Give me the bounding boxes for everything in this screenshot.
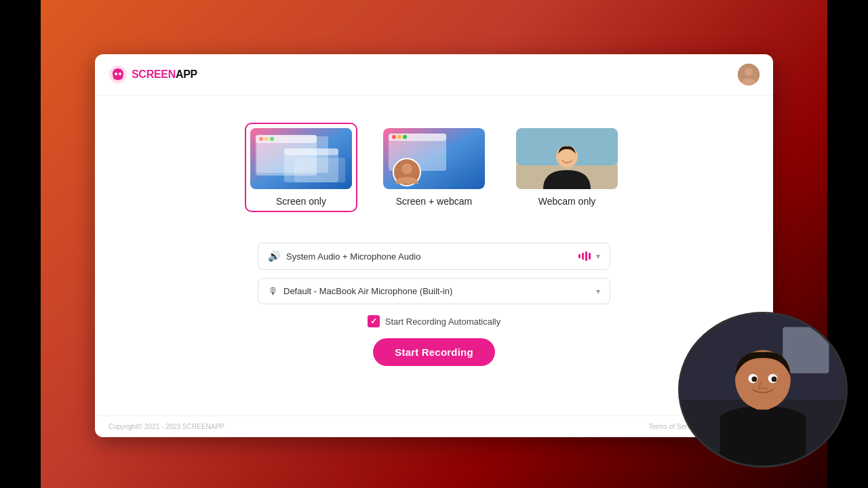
- bar-4: [589, 253, 591, 260]
- mode-cards: Screen only: [245, 123, 623, 212]
- webcam-preview-inner: [680, 314, 846, 466]
- bar-3: [585, 251, 587, 261]
- webcam-only-illustration: [516, 128, 618, 189]
- screen-webcam-illustration: [383, 128, 485, 189]
- svg-rect-7: [256, 135, 317, 143]
- logo: SCREENAPP: [108, 65, 197, 84]
- microphone-chevron: ▾: [596, 287, 600, 296]
- svg-point-18: [403, 135, 407, 139]
- checkbox-check-icon: ✓: [370, 317, 377, 326]
- main-card: SCREENAPP: [95, 54, 773, 437]
- svg-rect-6: [256, 135, 317, 176]
- footer: Copyright© 2021 - 2023 SCREENAPP Terms o…: [95, 415, 773, 437]
- header: SCREENAPP: [95, 54, 773, 96]
- start-recording-button[interactable]: Start Recording: [373, 338, 495, 366]
- microphone-select[interactable]: 🎙 Default - MacBook Air Microphone (Buil…: [258, 278, 610, 304]
- svg-point-9: [264, 137, 269, 141]
- microphone-text: Default - MacBook Air Microphone (Built-…: [283, 286, 591, 296]
- svg-point-16: [392, 135, 396, 139]
- svg-point-32: [751, 377, 757, 382]
- mode-thumb-screen-only: [250, 128, 352, 189]
- content: Screen only: [95, 96, 773, 415]
- microphone-icon: 🎙: [268, 285, 278, 297]
- controls: 🔊 System Audio + Microphone Audio ▾ 🎙 De…: [258, 243, 610, 327]
- logo-app: APP: [176, 68, 197, 80]
- mode-label-screen-webcam: Screen + webcam: [396, 196, 472, 207]
- mode-card-webcam-only[interactable]: Webcam only: [511, 123, 623, 212]
- bar-2: [582, 253, 584, 260]
- webcam-preview-video: [680, 314, 846, 466]
- svg-point-2: [119, 73, 121, 75]
- system-audio-select[interactable]: 🔊 System Audio + Microphone Audio ▾: [258, 243, 610, 270]
- auto-start-checkbox[interactable]: ✓: [368, 315, 380, 327]
- mode-thumb-screen-webcam: [383, 128, 485, 189]
- screen-only-illustration: [250, 128, 352, 189]
- svg-point-4: [745, 68, 753, 76]
- svg-point-10: [270, 137, 274, 141]
- svg-rect-26: [783, 327, 829, 373]
- audio-level-bars: [578, 251, 591, 262]
- mode-card-screen-webcam[interactable]: Screen + webcam: [378, 123, 490, 212]
- logo-icon: [108, 65, 127, 84]
- logo-text: SCREENAPP: [132, 68, 197, 81]
- auto-start-row: ✓ Start Recording Automatically: [258, 315, 610, 327]
- system-audio-text: System Audio + Microphone Audio: [286, 251, 573, 262]
- mode-card-screen-only[interactable]: Screen only: [245, 123, 357, 212]
- svg-point-17: [397, 135, 401, 139]
- svg-point-33: [772, 377, 777, 382]
- bg-black-left: [0, 0, 41, 488]
- mode-thumb-webcam-only: [516, 128, 618, 189]
- bar-1: [578, 254, 580, 258]
- svg-point-20: [401, 163, 412, 174]
- avatar-image: [738, 64, 760, 85]
- svg-rect-15: [389, 134, 446, 141]
- svg-point-1: [115, 73, 117, 75]
- svg-rect-12: [284, 148, 338, 155]
- mode-label-webcam-only: Webcam only: [538, 196, 596, 207]
- mode-label-screen-only: Screen only: [276, 196, 326, 207]
- logo-screen: SCREEN: [132, 68, 176, 80]
- svg-rect-5: [250, 128, 352, 189]
- system-audio-icon: 🔊: [268, 250, 281, 262]
- webcam-preview: [678, 312, 848, 468]
- avatar[interactable]: [738, 64, 760, 85]
- footer-copyright: Copyright© 2021 - 2023 SCREENAPP: [108, 423, 224, 430]
- svg-point-8: [259, 137, 263, 141]
- system-audio-chevron: ▾: [596, 251, 600, 261]
- thumb-screen-only-bg: [250, 128, 352, 189]
- auto-start-label: Start Recording Automatically: [385, 317, 501, 327]
